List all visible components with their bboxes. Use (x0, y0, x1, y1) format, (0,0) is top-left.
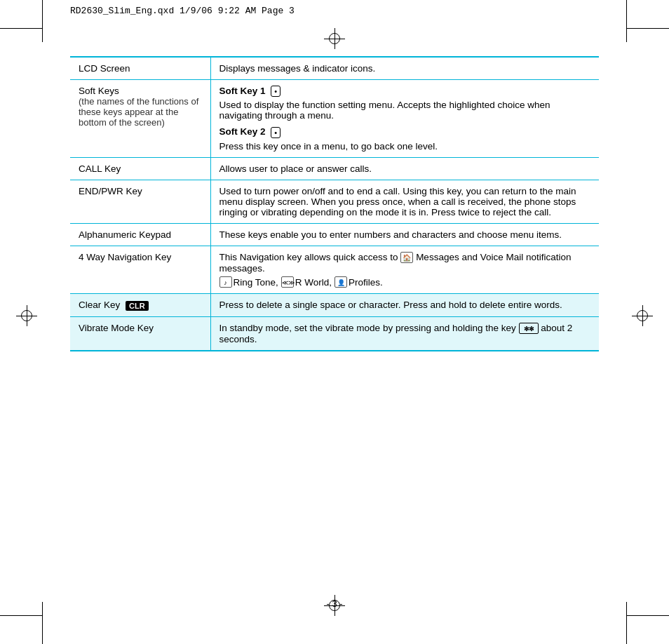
table-row: Clear Key CLR Press to delete a single s… (70, 294, 599, 316)
crop-mark-tl-v (42, 0, 43, 42)
col2-navkey: This Navigation key allows quick access … (210, 246, 599, 293)
softkey2-label: Soft Key 2 (219, 126, 266, 137)
col2-endpwr: Used to turn power on/off and to end a c… (210, 180, 599, 223)
crop-mark-bl-v (42, 602, 43, 644)
col1-softkeys: Soft Keys (the names of the functions of… (70, 80, 210, 158)
table-row: Alphanumeric Keypad These keys enable yo… (70, 223, 599, 246)
navkey-messages-icon: 🏠 (400, 252, 413, 263)
col2-lcd: Displays messages & indicator icons. (210, 57, 599, 80)
softkey1-label: Soft Key 1 (219, 86, 266, 96)
profiles-icon: 👤 (334, 276, 347, 288)
rworld-icon: ≪≫ (281, 276, 294, 288)
softkey2-desc: Press this key once in a menu, to go bac… (219, 141, 591, 152)
crop-mark-tr-v (626, 0, 627, 42)
col2-alphanumeric: These keys enable you to enter numbers a… (210, 223, 599, 246)
table-row: LCD Screen Displays messages & indicator… (70, 57, 599, 80)
col1-endpwr: END/PWR Key (70, 180, 210, 223)
crop-mark-bl-h (0, 615, 42, 616)
softkeys-note: (the names of the functions of these key… (79, 96, 198, 128)
ringtone-icon: ♪ (219, 276, 232, 288)
page-number: - 3 - (326, 598, 342, 609)
table-row: CALL Key Allows user to place or answer … (70, 157, 599, 180)
navkey-profiles-item: 👤 Profiles. (334, 276, 383, 288)
col2-softkeys: Soft Key 1 Used to display the function … (210, 80, 599, 158)
table-row: Soft Keys (the names of the functions of… (70, 80, 599, 158)
clr-badge: CLR (126, 301, 149, 311)
softkey1-desc: Used to display the function setting men… (219, 100, 591, 121)
navkey-ringtone-item: ♪ Ring Tone, (219, 276, 278, 288)
softkey2-icon (271, 127, 281, 138)
col2-callkey: Allows user to place or answer calls. (210, 157, 599, 180)
col1-vibratekey: Vibrate Mode Key (70, 316, 210, 351)
col1-callkey: CALL Key (70, 157, 210, 180)
clearkey-label: Clear Key (79, 300, 120, 310)
softkey2-row: Soft Key 2 (219, 126, 591, 137)
col2-clearkey: Press to delete a single space or charac… (210, 294, 599, 316)
crop-mark-tr-h (627, 28, 669, 29)
crop-mark-tl-h (0, 28, 42, 29)
table-row: 4 Way Navigation Key This Navigation key… (70, 246, 599, 293)
softkey1-icon (271, 86, 281, 97)
softkeys-label: Soft Keys (79, 86, 119, 96)
table-row: END/PWR Key Used to turn power on/off an… (70, 180, 599, 223)
feature-table: LCD Screen Displays messages & indicator… (70, 56, 599, 351)
col1-lcd: LCD Screen (70, 57, 210, 80)
vibratekey-desc: In standby mode, set the vibrate mode by… (219, 323, 516, 333)
navkey-desc: This Navigation key allows quick access … (219, 252, 591, 274)
navkey-rworld-item: ≪≫ R World, (281, 276, 332, 288)
col1-clearkey: Clear Key CLR (70, 294, 210, 316)
navkey-icons-row: ♪ Ring Tone, ≪≫ R World, 👤 Profiles. (219, 276, 383, 288)
col1-navkey: 4 Way Navigation Key (70, 246, 210, 293)
col2-vibratekey: In standby mode, set the vibrate mode by… (210, 316, 599, 351)
header-text: RD2630_Slim_Eng.qxd 1/9/06 9:22 AM Page … (70, 6, 295, 16)
main-content: LCD Screen Displays messages & indicator… (70, 56, 599, 588)
softkey1-row: Soft Key 1 (219, 86, 591, 97)
crop-mark-br-h (627, 615, 669, 616)
col1-alphanumeric: Alphanumeric Keypad (70, 223, 210, 246)
page-header: RD2630_Slim_Eng.qxd 1/9/06 9:22 AM Page … (70, 6, 599, 16)
crop-mark-br-v (626, 602, 627, 644)
vibratekey-icon: ✻✻ (519, 323, 539, 334)
table-row: Vibrate Mode Key In standby mode, set th… (70, 316, 599, 351)
